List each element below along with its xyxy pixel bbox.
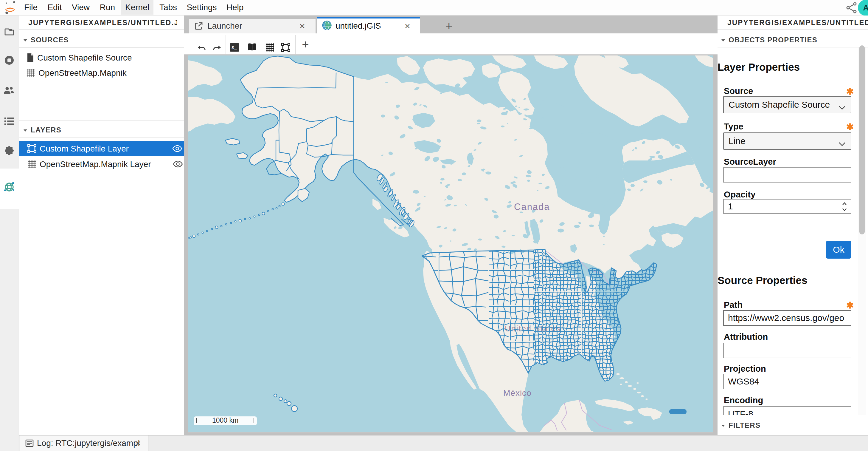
svg-text:Canada: Canada	[514, 202, 550, 212]
svg-text:$_: $_	[231, 46, 237, 51]
svg-text:1000 km: 1000 km	[212, 416, 238, 424]
svg-text:México: México	[503, 388, 532, 398]
